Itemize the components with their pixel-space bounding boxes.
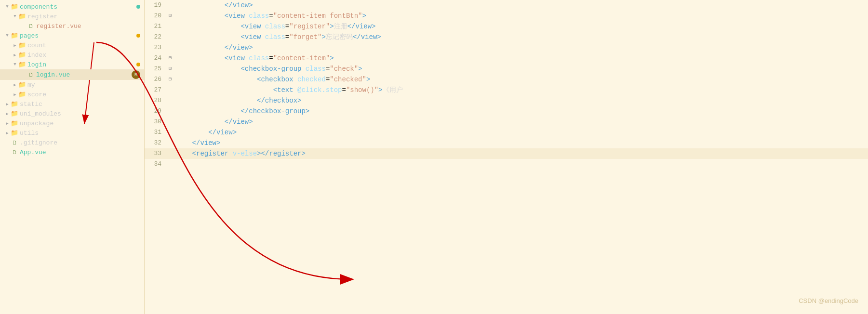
sidebar-item-label: register.vue — [36, 23, 81, 30]
code-line-26: 26 ⊟ <checkbox checked="checked"> — [145, 74, 868, 85]
line-number: 20 — [145, 11, 166, 21]
code-content: </view> — [174, 117, 868, 127]
sidebar-item-login-vue[interactable]: 🗋 login.vue M — [0, 69, 144, 80]
code-content: <view class="content-item"> — [174, 53, 868, 64]
fold-icon[interactable]: ⊟ — [166, 53, 174, 64]
line-number: 27 — [145, 85, 166, 95]
sidebar-item-uni-modules[interactable]: ▶ 📁 uni_modules — [0, 109, 144, 118]
code-content: <checkbox checked="checked"> — [174, 74, 868, 85]
line-number: 29 — [145, 106, 166, 117]
code-line-30: 30 </view> — [145, 117, 868, 127]
code-content: <checkbox-group class="check"> — [174, 64, 868, 74]
code-line-27: 27 <text @click.stop="show()">《用户 — [145, 85, 868, 95]
folder-icon: 📁 — [11, 129, 18, 137]
folder-icon: 📁 — [18, 13, 26, 20]
chevron-down-icon: ▼ — [4, 3, 11, 10]
chevron-right-icon: ▶ — [12, 52, 18, 58]
sidebar-item-count[interactable]: ▶ 📁 count — [0, 40, 144, 50]
chevron-down-icon: ▼ — [12, 61, 18, 68]
folder-icon: 📁 — [11, 110, 18, 118]
line-number: 32 — [145, 138, 166, 148]
sidebar-item-register[interactable]: ▼ 📁 register — [0, 12, 144, 21]
sidebar-item-label: login.vue — [36, 71, 70, 78]
code-line-21: 21 <view class="register">注册</view> — [145, 21, 868, 32]
folder-icon: 📁 — [11, 3, 18, 11]
code-content: </view> — [174, 127, 868, 138]
code-line-25: 25 ⊟ <checkbox-group class="check"> — [145, 64, 868, 74]
sidebar-item-label: pages — [20, 32, 39, 39]
code-line-34: 34 — [145, 159, 868, 170]
code-line-29: 29 </checkbox-group> — [145, 106, 868, 117]
code-content: <view class="forget">忘记密码</view> — [174, 32, 868, 42]
sidebar-item-label: score — [27, 91, 46, 98]
sidebar-item-label: my — [27, 81, 35, 89]
sidebar-item-label: count — [27, 42, 46, 49]
line-number: 19 — [145, 0, 166, 11]
code-content: </view> — [174, 42, 868, 53]
sidebar-item-score[interactable]: ▶ 📁 score — [0, 90, 144, 99]
code-line-22: 22 <view class="forget">忘记密码</view> — [145, 32, 868, 42]
chevron-right-icon: ▶ — [4, 110, 11, 117]
line-number: 28 — [145, 95, 166, 106]
git-modified-badge: M — [132, 70, 140, 79]
sidebar-item-components[interactable]: ▼ 📁 components — [0, 2, 144, 12]
sidebar-item-label: login — [27, 61, 46, 68]
line-number: 26 — [145, 74, 166, 85]
sidebar-item-pages[interactable]: ▼ 📁 pages — [0, 31, 144, 40]
code-content: <text @click.stop="show()">《用户 — [174, 85, 868, 95]
code-content: <view class="register">注册</view> — [174, 21, 868, 32]
code-content: </view> — [174, 0, 868, 11]
folder-icon: 📁 — [18, 91, 26, 98]
sidebar-item-app-vue[interactable]: 🗋 App.vue — [0, 147, 144, 157]
sidebar-item-label: App.vue — [20, 149, 46, 156]
file-icon: 🗋 — [11, 148, 18, 156]
code-line-28: 28 </checkbox> — [145, 95, 868, 106]
folder-icon: 📁 — [18, 61, 26, 68]
code-editor: 19 </view> 20 ⊟ <view class="content-ite… — [145, 0, 868, 314]
sidebar-item-unpackage[interactable]: ▶ 📁 unpackage — [0, 118, 144, 128]
fold-icon[interactable]: ⊟ — [166, 11, 174, 21]
line-number: 24 — [145, 53, 166, 64]
folder-icon: 📁 — [11, 119, 18, 127]
sidebar-item-label: register — [27, 13, 57, 20]
sidebar-item-my[interactable]: ▶ 📁 my — [0, 80, 144, 90]
code-line-32: 32 </view> — [145, 138, 868, 148]
chevron-right-icon: ▶ — [12, 42, 18, 49]
line-number: 22 — [145, 32, 166, 42]
modified-indicator — [136, 5, 140, 9]
sidebar-item-label: static — [20, 101, 42, 108]
sidebar-item-utils[interactable]: ▶ 📁 utils — [0, 128, 144, 138]
line-number: 31 — [145, 127, 166, 138]
fold-icon[interactable]: ⊟ — [166, 64, 174, 74]
file-explorer: ▼ 📁 components ▼ 📁 register 🗋 register.v… — [0, 0, 145, 314]
code-line-20: 20 ⊟ <view class="content-item fontBtn"> — [145, 11, 868, 21]
folder-icon: 📁 — [18, 81, 26, 89]
line-number: 21 — [145, 21, 166, 32]
code-line-24: 24 ⊟ <view class="content-item"> — [145, 53, 868, 64]
line-number: 33 — [145, 148, 166, 159]
fold-icon[interactable]: ⊟ — [166, 74, 174, 85]
code-content: </checkbox-group> — [174, 106, 868, 117]
modified-indicator — [136, 63, 140, 66]
sidebar-item-register-vue[interactable]: 🗋 register.vue — [0, 21, 144, 31]
code-content: <register v-else></register> — [174, 148, 868, 159]
sidebar-item-static[interactable]: ▶ 📁 static — [0, 99, 144, 109]
sidebar-item-login[interactable]: ▼ 📁 login — [0, 60, 144, 69]
sidebar-item-label: uni_modules — [20, 110, 61, 118]
sidebar-item-label: unpackage — [20, 120, 53, 127]
line-number: 25 — [145, 64, 166, 74]
chevron-right-icon: ▶ — [4, 101, 11, 107]
line-number: 30 — [145, 117, 166, 127]
code-line-19: 19 </view> — [145, 0, 868, 11]
folder-icon: 📁 — [18, 41, 26, 49]
chevron-right-icon: ▶ — [4, 130, 11, 136]
sidebar-item-label: index — [27, 52, 46, 59]
code-line-31: 31 </view> — [145, 127, 868, 138]
chevron-right-icon: ▶ — [4, 120, 11, 127]
sidebar-item-gitignore[interactable]: 🗋 .gitignore — [0, 138, 144, 147]
folder-icon: 📁 — [11, 100, 18, 108]
sidebar-item-label: .gitignore — [20, 139, 57, 146]
modified-indicator — [136, 34, 140, 38]
folder-icon: 📁 — [11, 32, 18, 39]
sidebar-item-index[interactable]: ▶ 📁 index — [0, 50, 144, 60]
